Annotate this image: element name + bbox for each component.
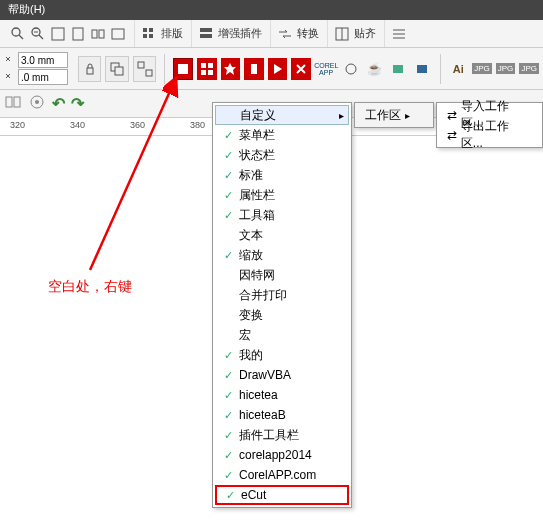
menu-item-label: CorelAPP.com: [237, 468, 332, 482]
svg-rect-38: [14, 97, 20, 107]
tool-b-icon[interactable]: [28, 93, 46, 114]
jpg-icon-2[interactable]: JPG: [496, 58, 516, 80]
context-menu-item[interactable]: ✓缩放: [215, 245, 349, 265]
context-menu-item[interactable]: 变换: [215, 305, 349, 325]
context-menu-item[interactable]: ✓我的: [215, 345, 349, 365]
menu-item-label: 因特网: [237, 267, 291, 284]
tool-icon-10[interactable]: [388, 58, 408, 80]
svg-rect-37: [6, 97, 12, 107]
jpg-icon-1[interactable]: JPG: [472, 58, 492, 80]
menu-item-label: 变换: [237, 307, 279, 324]
ai-icon[interactable]: Ai: [448, 58, 468, 80]
layout-label[interactable]: 排版: [161, 26, 183, 41]
context-menu-item[interactable]: ✓标准: [215, 165, 349, 185]
jpg-icon-3[interactable]: JPG: [519, 58, 539, 80]
svg-rect-12: [143, 34, 147, 38]
coffee-icon[interactable]: ☕: [365, 58, 385, 80]
context-menu-item[interactable]: ✓DrawVBA: [215, 365, 349, 385]
check-icon: ✓: [219, 449, 237, 462]
menu-item-label: 属性栏: [237, 187, 291, 204]
zoom-out-icon[interactable]: [30, 26, 46, 42]
tool-a-icon[interactable]: [4, 93, 22, 114]
options-icon[interactable]: [391, 26, 407, 42]
separator: [440, 54, 441, 84]
menu-item-label: 标准: [237, 167, 279, 184]
width-input[interactable]: [18, 52, 68, 68]
svg-rect-36: [417, 65, 427, 73]
svg-rect-5: [52, 28, 64, 40]
menu-customize[interactable]: 自定义 ▸: [215, 105, 349, 125]
svg-line-41: [90, 80, 175, 270]
tool-icon-8[interactable]: [341, 58, 361, 80]
context-menu-item[interactable]: ✓eCut: [215, 485, 349, 505]
menu-item-label: DrawVBA: [237, 368, 307, 382]
submenu-import-export: ⇄ 导入工作区... ⇄ 导出工作区...: [436, 102, 543, 148]
plugin-icon[interactable]: [198, 26, 214, 42]
height-input[interactable]: [18, 69, 68, 85]
context-menu-item[interactable]: ✓插件工具栏: [215, 425, 349, 445]
snap-icon[interactable]: [334, 26, 350, 42]
lock-y-icon[interactable]: [4, 70, 16, 85]
tool-icon-11[interactable]: [412, 58, 432, 80]
menu-item-label: 状态栏: [237, 147, 291, 164]
tool-red-4[interactable]: [244, 58, 264, 80]
context-menu-item[interactable]: ✓hiceteaB: [215, 405, 349, 425]
context-menu-item[interactable]: ✓CorelAPP.com: [215, 465, 349, 485]
svg-rect-28: [208, 63, 213, 68]
context-menu: 自定义 ▸ ✓菜单栏✓状态栏✓标准✓属性栏✓工具箱文本✓缩放因特网合并打印变换宏…: [212, 102, 352, 508]
convert-label[interactable]: 转换: [297, 26, 319, 41]
context-menu-item[interactable]: ✓corelapp2014: [215, 445, 349, 465]
context-menu-item[interactable]: 文本: [215, 225, 349, 245]
svg-rect-9: [112, 29, 124, 39]
context-menu-item[interactable]: 因特网: [215, 265, 349, 285]
context-menu-item[interactable]: ✓工具箱: [215, 205, 349, 225]
zoom-width-icon[interactable]: [110, 26, 126, 42]
context-menu-item[interactable]: ✓属性栏: [215, 185, 349, 205]
check-icon: ✓: [219, 249, 237, 262]
menu-item-label: 宏: [237, 327, 267, 344]
submenu-workspace: 工作区 ▸: [354, 102, 434, 128]
menu-item-label: 菜单栏: [237, 127, 291, 144]
corel-icon[interactable]: COREL APP: [315, 58, 337, 80]
undo-button[interactable]: ↶: [52, 94, 65, 113]
check-icon: ✓: [219, 209, 237, 222]
svg-point-34: [346, 64, 356, 74]
zoom-icon[interactable]: [10, 26, 26, 42]
menu-help[interactable]: 帮助(H): [8, 3, 45, 15]
snap-label[interactable]: 贴齐: [354, 26, 376, 41]
check-icon: ✓: [219, 189, 237, 202]
svg-rect-13: [149, 34, 153, 38]
zoom-all-icon[interactable]: [90, 26, 106, 42]
export-workspace-item[interactable]: ⇄ 导出工作区...: [439, 125, 540, 145]
context-menu-item[interactable]: ✓菜单栏: [215, 125, 349, 145]
tool-red-6[interactable]: [291, 58, 311, 80]
menu-item-label: hiceteaB: [237, 408, 302, 422]
workspace-label: 工作区: [365, 107, 401, 124]
svg-rect-15: [200, 34, 212, 38]
plugin-label[interactable]: 增强插件: [218, 26, 262, 41]
tool-red-5[interactable]: [268, 58, 288, 80]
lock-x-icon[interactable]: [4, 53, 16, 68]
svg-rect-24: [138, 62, 144, 68]
swap-icon: ⇄: [443, 128, 461, 142]
zoom-fit-icon[interactable]: [50, 26, 66, 42]
workspace-button[interactable]: 工作区 ▸: [357, 105, 418, 126]
tool-red-2[interactable]: [197, 58, 217, 80]
context-menu-item[interactable]: 宏: [215, 325, 349, 345]
context-menu-item[interactable]: 合并打印: [215, 285, 349, 305]
svg-rect-30: [208, 70, 213, 75]
svg-marker-31: [224, 63, 236, 75]
context-menu-item[interactable]: ✓状态栏: [215, 145, 349, 165]
svg-rect-14: [200, 28, 212, 32]
svg-rect-35: [393, 65, 403, 73]
annotation-arrow: [80, 70, 190, 280]
check-icon: ✓: [221, 489, 239, 502]
swap-icon: ⇄: [443, 108, 461, 122]
layout-icon[interactable]: [141, 26, 157, 42]
menu-label: 自定义: [238, 107, 292, 124]
convert-icon[interactable]: [277, 26, 293, 42]
zoom-page-icon[interactable]: [70, 26, 86, 42]
tool-red-3[interactable]: [221, 58, 241, 80]
check-icon: ✓: [219, 409, 237, 422]
context-menu-item[interactable]: ✓hicetea: [215, 385, 349, 405]
